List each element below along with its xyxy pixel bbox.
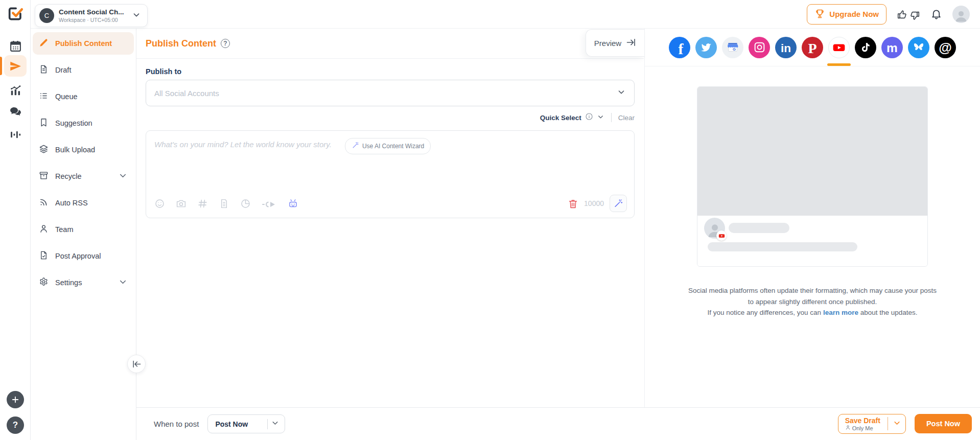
composer-textarea[interactable]: What's on your mind? Let the world know … [146, 130, 635, 218]
sidebar-item-team[interactable]: Team [33, 218, 134, 241]
ai-content-wizard-button[interactable]: Use AI Content Wizard [345, 138, 431, 154]
sidebar-item-post-approval[interactable]: Post Approval [33, 245, 134, 267]
svg-text:in: in [781, 41, 791, 55]
schedule-value: Post Now [215, 420, 248, 428]
when-to-post-label: When to post [154, 420, 199, 428]
help-button[interactable]: ? [7, 416, 24, 434]
youtube-badge-icon [716, 230, 727, 241]
platform-tab-twitter[interactable] [695, 29, 717, 66]
social-listening-icon[interactable] [0, 124, 31, 145]
platform-tabs: f G in P m @ [645, 29, 980, 66]
platform-tab-google-business[interactable]: G [722, 29, 743, 66]
document-icon[interactable] [219, 198, 229, 209]
preview-toggle-button[interactable]: Preview [586, 29, 644, 57]
page-title: Publish Content [146, 38, 216, 49]
hashtag-icon[interactable] [197, 198, 208, 209]
threads-icon: @ [935, 37, 956, 58]
sidebar-item-suggestion[interactable]: Suggestion [33, 112, 134, 134]
svg-text:f: f [678, 40, 684, 57]
platform-tab-tiktok[interactable] [855, 29, 876, 66]
formatting-disclaimer: Social media platforms often update thei… [645, 285, 980, 318]
emoji-icon[interactable] [154, 198, 165, 209]
top-bar: C Content Social Ch... Workspace · UTC+0… [31, 0, 980, 29]
platform-tab-threads[interactable]: @ [935, 29, 956, 66]
chevron-down-icon [893, 419, 901, 429]
platform-tab-bluesky[interactable] [908, 29, 929, 66]
utm-plug-icon[interactable] [262, 198, 277, 209]
add-button[interactable] [7, 391, 24, 408]
platform-tab-instagram[interactable] [749, 29, 770, 66]
robot-icon[interactable] [288, 198, 298, 209]
sidebar-item-queue[interactable]: Queue [33, 85, 134, 108]
magic-wand-icon [352, 142, 359, 151]
sidebar-item-draft[interactable]: Draft [33, 59, 134, 81]
chevron-down-icon[interactable] [597, 113, 604, 123]
user-avatar[interactable] [952, 6, 970, 23]
pencil-icon [39, 38, 49, 49]
thumbs-up-icon[interactable] [897, 9, 908, 20]
analytics-icon[interactable] [0, 80, 31, 100]
svg-text:G: G [733, 47, 736, 52]
upgrade-now-button[interactable]: Upgrade Now [807, 4, 886, 25]
quick-select-label[interactable]: Quick Select [540, 114, 581, 122]
sidebar-collapse-button[interactable] [127, 355, 146, 373]
bookmark-icon [39, 118, 49, 129]
divider [888, 417, 888, 430]
platform-tab-mastodon[interactable]: m [881, 29, 903, 66]
pie-chart-icon[interactable] [240, 198, 251, 209]
save-draft-button[interactable]: Save Draft Only Me [838, 414, 906, 434]
draft-file-icon [39, 64, 49, 76]
linkedin-icon: in [775, 37, 797, 58]
sidebar-item-publish-content[interactable]: Publish Content [33, 32, 134, 55]
platform-tab-youtube[interactable] [828, 29, 850, 66]
svg-text:@: @ [939, 40, 952, 55]
platform-tab-linkedin[interactable]: in [775, 29, 797, 66]
conversations-icon[interactable] [0, 101, 31, 122]
platform-tab-pinterest[interactable]: P [802, 29, 823, 66]
thumbs-down-icon[interactable] [909, 10, 920, 21]
sidebar-item-recycle[interactable]: Recycle [33, 165, 134, 188]
learn-more-link[interactable]: learn more [823, 309, 858, 316]
main-header: Publish Content ? [136, 29, 644, 59]
publish-paper-plane-icon[interactable] [0, 56, 31, 76]
upgrade-now-label: Upgrade Now [829, 10, 879, 18]
info-circle-icon[interactable] [585, 112, 593, 123]
preview-text-placeholder-bar [708, 242, 857, 251]
instagram-icon [749, 37, 770, 58]
trophy-icon [814, 8, 825, 20]
preview-image-placeholder [697, 87, 927, 216]
schedule-select[interactable]: Post Now [207, 414, 285, 433]
notifications-bell-icon[interactable] [930, 8, 942, 20]
app-logo-icon[interactable] [7, 5, 24, 22]
platform-tab-facebook[interactable]: f [669, 29, 690, 66]
trash-icon[interactable] [568, 198, 578, 209]
person-small-icon [845, 425, 851, 431]
help-circle-icon[interactable]: ? [221, 39, 230, 48]
layers-icon [39, 144, 49, 155]
sidebar-item-bulk-upload[interactable]: Bulk Upload [33, 138, 134, 161]
rss-icon [39, 197, 49, 209]
sidebar-menu: Publish Content Draft Queue Suggestion B… [31, 29, 136, 440]
clear-button[interactable]: Clear [618, 114, 635, 122]
sidebar-item-settings[interactable]: Settings [33, 271, 134, 294]
svg-text:m: m [886, 40, 898, 54]
post-preview-card [697, 86, 928, 267]
tiktok-icon [855, 37, 876, 58]
divider [611, 113, 612, 122]
chevron-down-icon [118, 171, 128, 182]
mastodon-icon: m [881, 37, 903, 58]
preview-panel: f G in P m @ Social media platforms ofte… [644, 29, 980, 407]
sidebar-item-auto-rss[interactable]: Auto RSS [33, 192, 134, 214]
workspace-selector[interactable]: C Content Social Ch... Workspace · UTC+0… [35, 4, 148, 27]
camera-icon[interactable] [176, 198, 186, 209]
app-root: ? C Content Social Ch... Workspace · UTC… [0, 0, 980, 440]
magic-wand-button[interactable] [610, 195, 627, 212]
post-now-button[interactable]: Post Now [915, 414, 972, 433]
chevron-down-icon [271, 419, 279, 429]
calendar-icon[interactable] [0, 36, 31, 56]
archive-box-icon [39, 171, 49, 182]
svg-text:P: P [808, 40, 816, 56]
chevron-down-icon [118, 277, 128, 288]
social-accounts-select[interactable]: All Social Accounts [146, 80, 635, 106]
composer-toolbar: 10000 [154, 195, 627, 212]
